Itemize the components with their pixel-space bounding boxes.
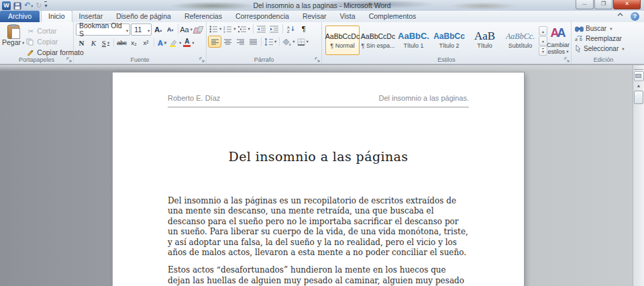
style-sample: AaBbCc [433, 32, 465, 41]
style-titulo-1[interactable]: AaBbC. Título 1 [396, 26, 431, 55]
numbered-list-icon: 1 2 3 [223, 26, 232, 33]
align-left-icon [211, 39, 219, 45]
highlight-color-button[interactable] [168, 38, 182, 48]
format-painter-brush-icon [26, 49, 35, 57]
paint-bucket-icon [282, 38, 291, 46]
align-center-button[interactable] [221, 36, 233, 47]
document-title[interactable]: Del insomnio a las páginas [113, 149, 524, 164]
word-logo-icon[interactable] [2, 1, 11, 10]
font-color-icon: A [183, 38, 191, 47]
page-header[interactable]: Roberto E. Díaz Del insomnio a las págin… [168, 94, 469, 107]
style-sin-espaciado[interactable]: AaBbCcDc ¶ Sin espa... [361, 26, 395, 55]
header-doc-title: Del insomnio a las páginas. [378, 94, 469, 102]
subscript-button[interactable]: x₂ [128, 38, 140, 48]
tab-inicio[interactable]: Inicio [41, 10, 72, 23]
underline-button[interactable]: S [100, 38, 111, 48]
superscript-button[interactable]: x² [140, 38, 152, 48]
document-page[interactable]: Roberto E. Díaz Del insomnio a las págin… [113, 73, 524, 286]
save-icon [13, 2, 21, 10]
styles-gallery: AaBbCcDc ¶ Normal AaBbCcDc ¶ Sin espa...… [324, 23, 538, 55]
shrink-font-button[interactable] [164, 25, 176, 35]
grow-font-button[interactable] [152, 25, 164, 35]
style-name: Título 1 [403, 42, 423, 49]
font-color-button[interactable]: A [182, 38, 195, 48]
paragraph-1[interactable]: Del insomnio a las páginas es un recopil… [168, 196, 469, 258]
undo-button[interactable] [24, 1, 33, 11]
align-left-button[interactable] [209, 36, 221, 47]
increase-indent-button[interactable] [268, 23, 280, 34]
redo-button[interactable] [36, 1, 42, 10]
numbering-button[interactable]: 1 2 3 [223, 23, 236, 34]
tab-archivo[interactable]: Archivo [0, 11, 40, 22]
select-button[interactable]: Seleccionar [574, 44, 633, 53]
paragraph-dialog-launcher[interactable] [315, 57, 320, 62]
save-button[interactable] [13, 2, 21, 10]
line-spacing-button[interactable] [264, 36, 277, 47]
restore-button[interactable] [594, 0, 612, 9]
vertical-scrollbar[interactable] [633, 65, 644, 286]
tab-diseno-de-pagina[interactable]: Diseño de página [109, 11, 178, 22]
styles-dialog-launcher[interactable] [564, 57, 570, 62]
decrease-indent-button[interactable] [256, 23, 268, 34]
show-formatting-marks-button[interactable]: ¶ [298, 23, 310, 34]
paragraph-2[interactable]: Estos actos “desafortunados” hundieron l… [168, 265, 469, 286]
clear-formatting-button[interactable] [193, 25, 204, 35]
borders-button[interactable] [297, 36, 309, 47]
window-controls [575, 0, 641, 9]
scroll-up-icon[interactable] [637, 83, 641, 88]
paragraph-group-label: Párrafo [207, 56, 321, 63]
find-button[interactable]: Buscar [574, 24, 633, 33]
document-body[interactable]: Del insomnio a las páginas es un recopil… [168, 196, 469, 286]
change-styles-button[interactable]: AA Cambiar estilos [547, 23, 570, 55]
replace-label: Reemplazar [586, 34, 622, 43]
tab-insertar[interactable]: Insertar [72, 11, 110, 22]
sort-button[interactable]: A Z [285, 23, 297, 34]
style-titulo-2[interactable]: AaBbCc Título 2 [432, 26, 466, 55]
scrollbar-thumb[interactable] [634, 91, 643, 104]
align-right-button[interactable] [234, 36, 246, 47]
chevron-down-icon [148, 26, 150, 34]
dialog-launcher-icon [199, 57, 205, 62]
bullets-button[interactable] [209, 23, 222, 34]
svg-text:a: a [575, 37, 578, 42]
binoculars-icon [575, 26, 584, 32]
multilevel-list-button[interactable] [237, 23, 251, 34]
tab-referencias[interactable]: Referencias [178, 11, 229, 22]
help-icon[interactable] [631, 12, 639, 21]
style-sample: AaBbCc. [506, 32, 535, 41]
qat-customize-button[interactable] [44, 1, 47, 10]
strikethrough-button[interactable]: abc [116, 38, 127, 48]
change-case-button[interactable]: Aa [180, 25, 192, 35]
style-normal[interactable]: AaBbCcDc ¶ Normal [325, 26, 360, 55]
style-name: ¶ Normal [330, 42, 354, 49]
style-subtitulo[interactable]: AaBbCc. Subtítulo [503, 26, 537, 55]
tab-vista[interactable]: Vista [333, 11, 362, 22]
shading-button[interactable] [282, 36, 295, 47]
bullet-list-icon [209, 26, 218, 33]
minimize-ribbon-icon[interactable] [617, 13, 625, 20]
style-titulo[interactable]: AaB Título [468, 26, 502, 55]
minimize-button[interactable] [576, 0, 594, 9]
split-handle[interactable] [634, 66, 643, 70]
italic-button[interactable]: K [88, 38, 99, 48]
tab-complementos[interactable]: Complementos [362, 11, 423, 22]
select-label: Seleccionar [584, 44, 619, 53]
font-dialog-launcher[interactable] [199, 57, 205, 62]
paste-button[interactable]: Pegar [2, 23, 24, 55]
font-family-combobox[interactable]: Bookman Old S [76, 23, 130, 36]
text-effects-button[interactable]: A [156, 38, 168, 48]
font-size-combobox[interactable]: 11 [131, 23, 152, 36]
header-author: Roberto E. Díaz [168, 94, 220, 102]
close-button[interactable] [613, 0, 641, 9]
clipboard-dialog-launcher[interactable] [66, 57, 72, 62]
chevron-up-icon [617, 13, 623, 17]
justify-button[interactable] [247, 36, 259, 47]
style-sample: AaB [474, 32, 495, 41]
replace-icon: a b [575, 36, 584, 42]
bold-button[interactable]: N [76, 38, 87, 48]
tab-correspondencia[interactable]: Correspondencia [229, 11, 296, 22]
tab-revisar[interactable]: Revisar [296, 11, 333, 22]
view-ruler-toggle[interactable] [634, 71, 644, 81]
replace-button[interactable]: a b Reemplazar [574, 34, 633, 43]
select-arrow-icon [575, 45, 582, 52]
